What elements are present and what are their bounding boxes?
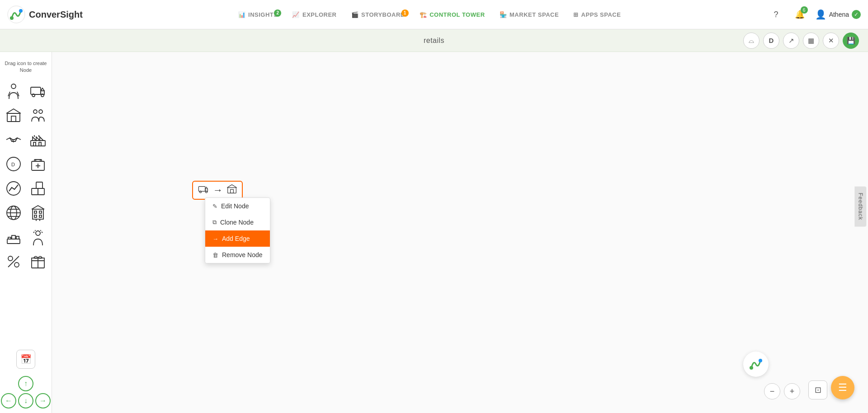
- sidebar-icon-chart[interactable]: [4, 179, 23, 198]
- save-button[interactable]: 💾: [843, 33, 859, 49]
- svg-point-2: [19, 9, 23, 13]
- context-menu: ✎ Edit Node ⧉ Clone Node → Add Edge 🗑 Re…: [205, 197, 270, 263]
- svg-point-8: [41, 94, 44, 97]
- svg-rect-50: [198, 187, 205, 192]
- sidebar-icon-machinery[interactable]: [4, 228, 23, 247]
- svg-point-43: [36, 231, 40, 235]
- header: ConverSight 📊 INSIGHTS 2 📈 EXPLORER 🎬 ST…: [0, 0, 868, 29]
- marketspace-icon: 🏪: [500, 11, 507, 18]
- sidebar-icon-building[interactable]: [28, 203, 47, 222]
- zoom-controls: − +: [764, 383, 800, 399]
- orange-fab-button[interactable]: ☰: [831, 376, 854, 399]
- svg-rect-14: [33, 142, 36, 146]
- sidebar-icon-people[interactable]: [28, 106, 47, 125]
- trend-button[interactable]: ↗: [783, 33, 799, 49]
- insights-badge: 2: [274, 9, 281, 17]
- close-icon: ✕: [828, 37, 834, 45]
- nav-center-button[interactable]: ↓: [18, 393, 33, 408]
- storyboard-badge: 1: [401, 9, 409, 17]
- svg-point-55: [750, 366, 753, 370]
- zoom-in-button[interactable]: +: [784, 383, 800, 399]
- logo-icon: [7, 5, 25, 23]
- nav-apps-space-label: APPS SPACE: [581, 11, 621, 18]
- canvas-area[interactable]: → ✎ Edit Node ⧉ Clone Node → Add Edg: [52, 52, 868, 413]
- left-arrow-icon: ←: [5, 397, 12, 405]
- nav-explorer[interactable]: 📈 EXPLORER: [286, 8, 343, 22]
- svg-rect-40: [12, 235, 15, 239]
- sidebar-icon-worker[interactable]: [4, 81, 23, 100]
- context-edit-node[interactable]: ✎ Edit Node: [205, 198, 270, 214]
- svg-point-44: [8, 256, 13, 261]
- svg-rect-38: [7, 239, 20, 244]
- sidebar-icon-globe[interactable]: [4, 203, 23, 222]
- sidebar-icon-warehouse[interactable]: [4, 106, 23, 125]
- toolbar-title: retails: [424, 37, 444, 45]
- context-remove-node[interactable]: 🗑 Remove Node: [205, 247, 270, 263]
- nav-insights[interactable]: 📊 INSIGHTS 2: [232, 8, 284, 22]
- nav-insights-label: INSIGHTS: [248, 11, 278, 18]
- help-icon: ?: [774, 10, 778, 19]
- explorer-icon: 📈: [292, 11, 300, 18]
- table-icon: ▦: [808, 37, 814, 45]
- help-button[interactable]: ?: [768, 6, 784, 23]
- user-icon: 👤: [815, 9, 826, 20]
- context-clone-node[interactable]: ⧉ Clone Node: [205, 214, 270, 230]
- context-remove-label: Remove Node: [222, 251, 263, 258]
- nav-left-button[interactable]: ←: [1, 393, 16, 408]
- user-name: Athena: [829, 11, 849, 18]
- sidebar-icon-percent[interactable]: [4, 252, 23, 271]
- svg-rect-36: [34, 215, 37, 217]
- sidebar-icon-medkit[interactable]: [28, 155, 47, 174]
- nav-controls: ↑ ← ↓ →: [1, 376, 51, 408]
- close-button[interactable]: ✕: [823, 33, 839, 49]
- context-add-edge-label: Add Edge: [222, 235, 250, 242]
- svg-rect-53: [228, 188, 236, 193]
- nav-items: 📊 INSIGHTS 2 📈 EXPLORER 🎬 STORYBOARD 1 🏗…: [98, 8, 761, 22]
- sidebar-icon-engineer[interactable]: [28, 228, 47, 247]
- sidebar-icon-dealer[interactable]: D: [4, 155, 23, 174]
- nav-right-button[interactable]: →: [35, 393, 51, 408]
- eye-button[interactable]: ⌓: [743, 33, 760, 49]
- sidebar-icon-gift[interactable]: [28, 252, 47, 271]
- svg-rect-25: [36, 182, 42, 188]
- sidebar-icon-boxes[interactable]: [28, 179, 47, 198]
- sidebar-icon-factory[interactable]: [28, 130, 47, 149]
- nav-storyboard[interactable]: 🎬 STORYBOARD 1: [345, 8, 411, 22]
- svg-text:D: D: [11, 162, 15, 167]
- nav-apps-space[interactable]: ⊞ APPS SPACE: [567, 8, 627, 22]
- zoom-out-button[interactable]: −: [764, 383, 780, 399]
- notification-badge: 6: [801, 6, 808, 14]
- calendar-icon: 📅: [20, 354, 32, 365]
- feedback-tab[interactable]: Feedback: [855, 187, 867, 227]
- remove-icon: 🗑: [212, 252, 218, 258]
- notification-button[interactable]: 🔔 6: [792, 6, 808, 23]
- square-fab-button[interactable]: ⊡: [808, 380, 827, 399]
- storyboard-icon: 🎬: [351, 11, 359, 18]
- context-add-edge[interactable]: → Add Edge: [205, 230, 270, 247]
- svg-rect-35: [39, 211, 42, 213]
- insights-icon: 📊: [238, 11, 246, 18]
- nav-market-space-label: MARKET SPACE: [509, 11, 559, 18]
- controltower-icon: 🏗️: [420, 11, 427, 18]
- sidebar-bottom: 📅 ↑ ← ↓ →: [1, 350, 51, 408]
- main-area: Drag icon to create Node: [0, 52, 868, 413]
- user-area[interactable]: 👤 Athena ✓: [815, 9, 861, 20]
- d-button[interactable]: D: [763, 33, 779, 49]
- sidebar-icon-handshake[interactable]: [4, 130, 23, 149]
- svg-rect-37: [39, 215, 42, 217]
- nav-control-tower[interactable]: 🏗️ CONTROL TOWER: [413, 8, 491, 22]
- sidebar-icons-grid: D: [0, 81, 52, 271]
- canvas-node[interactable]: →: [192, 181, 243, 200]
- svg-rect-15: [39, 142, 41, 146]
- nav-market-space[interactable]: 🏪 MARKET SPACE: [493, 8, 566, 22]
- logo-text: ConverSight: [29, 9, 83, 20]
- nav-up-button[interactable]: ↑: [18, 376, 33, 391]
- sidebar-drag-label: Drag icon to create Node: [0, 56, 52, 81]
- calendar-button[interactable]: 📅: [16, 350, 35, 369]
- sidebar-icon-truck[interactable]: [28, 81, 47, 100]
- user-check-icon: ✓: [852, 10, 861, 19]
- svg-rect-13: [31, 141, 45, 146]
- table-button[interactable]: ▦: [803, 33, 819, 49]
- svg-point-51: [199, 191, 201, 193]
- trend-icon: ↗: [788, 37, 794, 45]
